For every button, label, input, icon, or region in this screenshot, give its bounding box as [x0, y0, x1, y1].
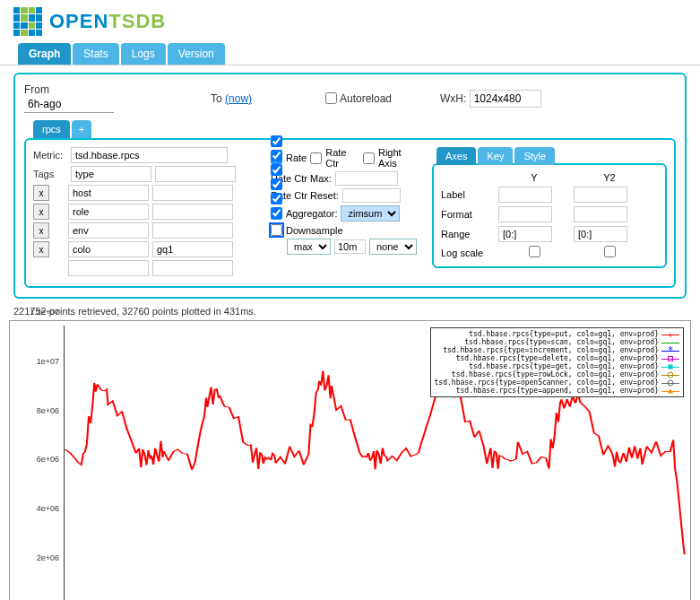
tag-chk-5[interactable]: [271, 207, 282, 219]
legend-row: tsd.hbase.rpcs{type=increment, colo=gq1,…: [435, 346, 679, 354]
y-header: Y: [498, 172, 570, 183]
legend-row: tsd.hbase.rpcs{type=append, colo=gq1, en…: [435, 387, 679, 395]
logo-text: OPENTSDB: [49, 10, 166, 33]
tag-val-0[interactable]: [155, 166, 236, 182]
tag-key-0[interactable]: [71, 166, 151, 182]
tag-chk-0[interactable]: [271, 135, 282, 147]
aggregator-select[interactable]: zimsum: [341, 205, 400, 222]
downsample-label: Downsample: [286, 225, 343, 236]
plot-region: tsd.hbase.rpcs{type=put, colo=gq1, env=p…: [64, 326, 686, 600]
chart-area: 0 2e+06 4e+06 6e+06 8e+06 1e+07 1.2e+07 …: [9, 320, 691, 600]
autoreload-label: Autoreload: [340, 92, 392, 105]
main-panel: From To (now) Autoreload WxH: rpcs + Met…: [13, 73, 687, 299]
tag-remove-3[interactable]: x: [33, 222, 49, 239]
legend-row: tsd.hbase.rpcs{type=get, colo=gq1, env=p…: [435, 362, 679, 370]
y-axis: 0 2e+06 4e+06 6e+06 8e+06 1e+07 1.2e+07: [10, 321, 64, 600]
legend-row: tsd.hbase.rpcs{type=delete, colo=gq1, en…: [435, 354, 679, 362]
tag-val-4[interactable]: [152, 241, 233, 257]
wxh-label: WxH:: [440, 92, 466, 105]
tab-version[interactable]: Version: [168, 43, 225, 65]
y2-range-input[interactable]: [574, 226, 627, 242]
tag-chk-3[interactable]: [271, 178, 282, 190]
tag-remove-1[interactable]: x: [33, 185, 49, 201]
y-label-input[interactable]: [498, 187, 552, 203]
query-tab-rpcs[interactable]: rpcs: [33, 120, 70, 138]
query-tab-add[interactable]: +: [72, 120, 91, 138]
tab-graph[interactable]: Graph: [18, 43, 71, 65]
y-range-input[interactable]: [498, 226, 552, 242]
downsample-func[interactable]: max: [287, 239, 331, 255]
tag-key-5[interactable]: [68, 260, 149, 276]
nav-tabs: Graph Stats Logs Version: [0, 43, 700, 65]
tag-val-5[interactable]: [152, 260, 233, 276]
tab-stats[interactable]: Stats: [73, 43, 118, 65]
y-log-checkbox[interactable]: [529, 246, 540, 257]
axis-tab-axes[interactable]: Axes: [436, 147, 476, 165]
rightaxis-label: Right Axis: [378, 147, 419, 169]
to-label: To: [211, 92, 222, 105]
axis-tab-style[interactable]: Style: [514, 147, 554, 165]
y2-header: Y2: [574, 172, 645, 183]
status-text: 221752 points retrieved, 32760 points pl…: [13, 306, 687, 317]
downsample-interval[interactable]: [334, 239, 366, 254]
metric-label: Metric:: [33, 150, 67, 161]
legend-row: tsd.hbase.rpcs{type=put, colo=gq1, env=p…: [435, 330, 679, 338]
rate-label: Rate: [286, 152, 307, 163]
ratectrreset-input[interactable]: [342, 188, 401, 203]
tag-chk-1[interactable]: [271, 150, 282, 161]
rightaxis-checkbox[interactable]: [363, 152, 375, 164]
legend-row: tsd.hbase.rpcs{type=rowLock, colo=gq1, e…: [435, 370, 679, 378]
logo-icon: [13, 7, 42, 36]
autoreload-checkbox[interactable]: [325, 92, 337, 104]
logo-area: OPENTSDB: [0, 0, 700, 43]
downsample-checkbox[interactable]: [271, 224, 282, 236]
axis-panel: Y Y2 Label Format Range Log scale: [432, 163, 667, 268]
tag-val-1[interactable]: [152, 185, 233, 201]
y2-log-checkbox[interactable]: [604, 246, 616, 257]
tag-remove-4[interactable]: x: [33, 241, 49, 257]
chart-legend: tsd.hbase.rpcs{type=put, colo=gq1, env=p…: [430, 327, 684, 397]
tag-key-3[interactable]: [68, 222, 149, 239]
tag-val-3[interactable]: [152, 222, 233, 239]
query-tabs: rpcs +: [33, 120, 676, 138]
ratectrmax-input[interactable]: [335, 171, 398, 186]
axis-log-lbl: Log scale: [441, 248, 495, 258]
y-format-input[interactable]: [498, 206, 552, 222]
ratectr-label: Rate Ctr: [325, 147, 359, 169]
tags-label: Tags: [33, 169, 67, 179]
tag-key-1[interactable]: [68, 185, 149, 201]
legend-row: tsd.hbase.rpcs{type=scan, colo=gq1, env=…: [435, 338, 679, 346]
from-input[interactable]: [24, 96, 114, 113]
legend-row: tsd.hbase.rpcs{type=openScanner, colo=gq…: [435, 378, 679, 387]
axis-tab-key[interactable]: Key: [478, 147, 513, 165]
tag-chk-4[interactable]: [271, 193, 282, 204]
to-now-link[interactable]: (now): [225, 92, 252, 105]
tag-key-2[interactable]: [68, 204, 149, 220]
aggregator-label: Aggregator:: [286, 208, 337, 219]
query-box: Metric: Tags x x x: [24, 138, 676, 288]
ratectr-checkbox[interactable]: [310, 152, 322, 164]
axis-range-lbl: Range: [441, 229, 495, 239]
metric-input[interactable]: [71, 147, 228, 163]
tag-val-2[interactable]: [152, 204, 233, 220]
from-label: From: [24, 83, 49, 96]
tag-remove-2[interactable]: x: [33, 204, 49, 220]
y2-format-input[interactable]: [574, 206, 627, 222]
axis-format-lbl: Format: [441, 209, 495, 220]
wxh-input[interactable]: [470, 90, 541, 108]
downsample-fill[interactable]: none: [369, 239, 417, 255]
tab-logs[interactable]: Logs: [121, 43, 166, 65]
tag-key-4[interactable]: [68, 241, 149, 257]
y2-label-input[interactable]: [574, 187, 627, 203]
axis-label-lbl: Label: [441, 189, 495, 200]
tag-chk-2[interactable]: [271, 164, 282, 176]
